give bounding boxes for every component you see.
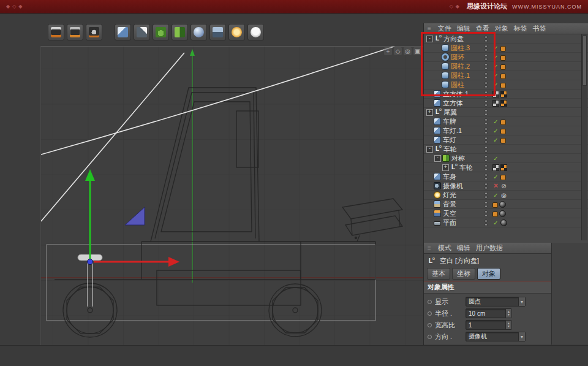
om-menu-item[interactable]: 文件 — [438, 24, 451, 33]
enabled-check-icon[interactable]: ✓ — [492, 54, 499, 61]
bulb-icon[interactable] — [247, 24, 264, 40]
enabled-check-icon[interactable]: ✓ — [492, 192, 499, 199]
visibility-dots[interactable] — [484, 45, 488, 51]
texture-tag-icon[interactable] — [500, 100, 507, 107]
panel-grip-icon[interactable]: ≡ — [428, 245, 431, 251]
enabled-check-icon[interactable]: ✓ — [492, 72, 499, 79]
object-name[interactable]: 尾翼 — [443, 108, 457, 117]
object-row[interactable]: 背景 — [424, 200, 588, 209]
visibility-dots[interactable] — [484, 210, 488, 217]
visibility-dots[interactable] — [484, 164, 488, 171]
texture-tag-icon[interactable] — [492, 91, 499, 97]
collapse-icon[interactable]: - — [426, 146, 433, 153]
object-name[interactable]: 立方体.1 — [443, 90, 469, 99]
layer-tag-icon[interactable] — [500, 64, 506, 70]
viewport-maximize-icon[interactable]: ▣ — [413, 47, 421, 55]
texture-tag-icon[interactable] — [500, 91, 507, 97]
viewport-zoom-icon[interactable]: ◎ — [404, 47, 412, 55]
object-name[interactable]: 车灯.1 — [443, 126, 462, 135]
expand-icon[interactable]: + — [442, 164, 449, 171]
object-name[interactable]: 车牌 — [443, 117, 456, 126]
visibility-dots[interactable] — [484, 54, 488, 61]
visibility-dots[interactable] — [484, 100, 488, 107]
visibility-dots[interactable] — [484, 173, 488, 180]
object-name[interactable]: 方向盘 — [443, 34, 464, 44]
viewport-move-icon[interactable]: + — [384, 47, 392, 55]
visibility-dots[interactable] — [484, 82, 488, 88]
visibility-dots[interactable] — [484, 201, 488, 208]
keyframe-dot-icon[interactable] — [428, 300, 432, 304]
render-region-icon[interactable] — [67, 24, 83, 40]
om-scrollbar-thumb[interactable] — [582, 36, 587, 86]
object-name[interactable]: 对称 — [451, 154, 465, 163]
layer-tag-icon[interactable] — [500, 46, 506, 51]
target-tag-icon[interactable]: ◎ — [500, 192, 507, 199]
light-icon[interactable] — [228, 24, 245, 40]
enabled-check-icon[interactable]: ✓ — [492, 63, 499, 70]
visibility-dots[interactable] — [484, 72, 488, 79]
attr-tab-0[interactable]: 基本 — [427, 268, 450, 280]
attr-tab-2[interactable]: 对象 — [477, 268, 500, 280]
enabled-check-icon[interactable]: ✓ — [492, 155, 499, 162]
object-name[interactable]: 车轮 — [443, 145, 457, 154]
material-tag-icon[interactable] — [499, 210, 506, 217]
spinner-arrows[interactable]: ▲▼ — [505, 309, 511, 318]
visibility-dots[interactable] — [484, 192, 488, 199]
enabled-check-icon[interactable]: ✓ — [492, 45, 499, 51]
visibility-dots[interactable] — [484, 36, 488, 42]
viewport-pan-icon[interactable]: ◇ — [394, 47, 402, 55]
object-name[interactable]: 灯光 — [443, 191, 456, 200]
object-name[interactable]: 圆环 — [451, 53, 464, 62]
om-scrollbar[interactable] — [581, 34, 587, 240]
object-row[interactable]: 车牌✓ — [424, 117, 588, 126]
visibility-dots[interactable] — [484, 183, 488, 189]
expand-icon[interactable]: + — [426, 109, 433, 116]
layer-tag-icon[interactable] — [500, 74, 506, 79]
array-icon[interactable] — [153, 24, 169, 40]
collapse-icon[interactable]: - — [434, 155, 441, 162]
material-tag-icon[interactable] — [499, 201, 506, 208]
render-settings-icon[interactable] — [86, 24, 102, 40]
collapse-icon[interactable]: - — [426, 36, 433, 42]
am-menu-item[interactable]: 模式 — [438, 243, 451, 253]
visibility-dots[interactable] — [484, 118, 488, 125]
material-tag-icon[interactable] — [500, 219, 507, 226]
property-dropdown[interactable]: 摄像机▾ — [466, 332, 526, 341]
object-name[interactable]: 车灯 — [443, 135, 456, 145]
origin-point[interactable] — [88, 259, 93, 265]
visibility-dots[interactable] — [484, 109, 488, 116]
keyframe-dot-icon[interactable] — [428, 335, 432, 339]
cube-icon[interactable] — [115, 24, 131, 40]
visibility-dots[interactable] — [484, 219, 488, 226]
object-row[interactable]: -方向盘 — [424, 34, 588, 44]
object-row[interactable]: 圆环✓ — [424, 53, 588, 62]
texture-tag-icon[interactable] — [492, 100, 499, 107]
om-menu-item[interactable]: 编辑 — [457, 24, 470, 33]
pen-icon[interactable] — [134, 24, 150, 40]
object-row[interactable]: -车轮 — [424, 145, 588, 154]
object-row[interactable]: 车灯✓ — [424, 135, 588, 145]
object-name[interactable]: 立方体 — [443, 99, 463, 108]
keyframe-dot-icon[interactable] — [428, 311, 432, 316]
object-row[interactable]: 圆柱✓ — [424, 80, 588, 90]
object-name[interactable]: 车轮 — [459, 163, 473, 172]
enabled-check-icon[interactable]: ✓ — [492, 118, 499, 125]
sphere-icon[interactable] — [190, 24, 207, 40]
visibility-dots[interactable] — [484, 128, 488, 134]
object-row[interactable]: 灯光✓◎ — [424, 191, 588, 200]
object-name[interactable]: 平面 — [443, 218, 456, 227]
visibility-dots[interactable] — [484, 155, 488, 162]
enabled-check-icon[interactable]: ✓ — [492, 173, 499, 180]
layer-tag-icon[interactable] — [500, 83, 506, 88]
object-row[interactable]: 立方体.1 — [424, 90, 588, 99]
object-row[interactable]: 圆柱.1✓ — [424, 71, 588, 80]
object-row[interactable]: 车灯.1✓ — [424, 126, 588, 135]
om-menu-item[interactable]: 对象 — [495, 24, 508, 33]
render-off-icon[interactable]: ⊘ — [500, 183, 507, 189]
layer-tag-icon[interactable] — [500, 138, 506, 143]
object-row[interactable]: 天空 — [424, 209, 588, 218]
layer-tag-icon[interactable] — [492, 202, 498, 208]
object-row[interactable]: 圆柱.3✓ — [424, 44, 588, 53]
object-row[interactable]: 圆柱.2✓ — [424, 62, 588, 71]
keyframe-dot-icon[interactable] — [428, 323, 432, 327]
